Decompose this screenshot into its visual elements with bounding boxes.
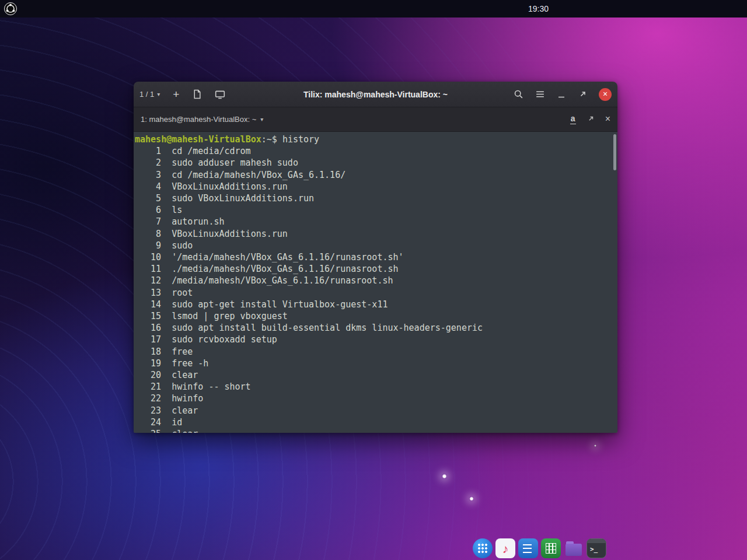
spreadsheet-app-icon[interactable] <box>541 538 561 558</box>
history-command: hwinfo <box>161 393 203 404</box>
search-button[interactable] <box>514 89 523 99</box>
history-command: clear <box>161 429 198 433</box>
history-row: 24id <box>135 416 612 428</box>
history-command: sudo adduser mahesh sudo <box>161 158 298 168</box>
dock: ♪ >_ <box>473 538 606 558</box>
terminal-scrollbar[interactable] <box>612 132 617 433</box>
history-command: VBoxLinuxAdditions.run <box>161 181 288 192</box>
terminal-output[interactable]: mahesh@mahesh-VirtualBox:~$ history 1cd … <box>134 132 617 433</box>
headerbar-left-group: 1 / 1 ▾ + <box>139 89 225 100</box>
folder-body-glyph <box>566 544 582 556</box>
history-command: /media/mahesh/VBox_GAs_6.1.16/runasroot.… <box>161 275 393 286</box>
app-menu-button[interactable] <box>4 1 19 16</box>
document-lines-glyph <box>523 544 532 553</box>
history-number: 15 <box>135 310 161 322</box>
new-session-button[interactable]: + <box>173 89 179 100</box>
history-command: sudo rcvboxadd setup <box>161 334 277 345</box>
text-editor-app-icon[interactable] <box>518 538 538 558</box>
history-command: VBoxLinuxAdditions.run <box>161 229 288 239</box>
history-number: 7 <box>135 216 161 228</box>
session-pager-button[interactable]: 1 / 1 ▾ <box>139 90 160 99</box>
close-button[interactable]: × <box>599 88 612 101</box>
history-number: 10 <box>135 251 161 263</box>
star-sparkle <box>469 496 474 501</box>
session-tab-label: 1: mahesh@mahesh-VirtualBox: ~ <box>141 115 256 124</box>
history-number: 16 <box>135 322 161 334</box>
history-row: 21hwinfo -- short <box>135 381 612 393</box>
history-command: clear <box>161 370 198 380</box>
history-number: 12 <box>135 275 161 286</box>
history-number: 21 <box>135 381 161 393</box>
session-actions-group: a × <box>570 114 610 124</box>
prompt-separator: : <box>261 134 267 145</box>
history-row: 2sudo adduser mahesh sudo <box>135 157 612 169</box>
history-list: 1cd /media/cdrom 2sudo adduser mahesh su… <box>135 145 612 433</box>
history-command: lsmod | grep vboxguest <box>161 311 288 321</box>
top-panel: 19:30 <box>0 0 747 18</box>
history-number: 4 <box>135 181 161 192</box>
close-terminal-button[interactable]: × <box>605 114 610 124</box>
history-command: autorun.sh <box>161 216 224 227</box>
terminal-app-icon[interactable]: >_ <box>587 538 606 558</box>
history-number: 8 <box>135 228 161 240</box>
distro-logo-icon <box>4 2 18 16</box>
history-row: 6ls <box>135 204 612 216</box>
history-command: free -h <box>161 358 208 369</box>
new-window-button[interactable] <box>215 89 225 100</box>
history-command: root <box>161 288 193 298</box>
history-command: '/media/mahesh/VBox_GAs_6.1.16/runasroot… <box>161 252 403 262</box>
history-row: 12/media/mahesh/VBox_GAs_6.1.16/runasroo… <box>135 275 612 286</box>
history-command: id <box>161 417 182 428</box>
history-command: cd /media/cdrom <box>161 146 251 156</box>
history-row: 7autorun.sh <box>135 216 612 228</box>
music-app-icon[interactable]: ♪ <box>495 538 515 558</box>
history-number: 5 <box>135 192 161 204</box>
file-manager-app-icon[interactable] <box>564 538 584 558</box>
main-menu-button[interactable] <box>535 89 545 99</box>
minimize-button[interactable] <box>557 90 566 99</box>
history-row: 9sudo <box>135 240 612 251</box>
minimize-icon <box>557 90 566 99</box>
history-number: 3 <box>135 169 161 181</box>
session-bar: 1: mahesh@mahesh-VirtualBox: ~ ▾ a × <box>134 107 617 132</box>
underlined-a-icon[interactable]: a <box>570 114 576 124</box>
terminal-titlebar-glyph <box>587 539 606 543</box>
history-row: 22hwinfo <box>135 393 612 404</box>
history-number: 11 <box>135 263 161 275</box>
history-row: 16sudo apt install build-essential dkms … <box>135 322 612 334</box>
history-number: 18 <box>135 346 161 358</box>
typed-command: history <box>282 134 319 145</box>
history-row: 4VBoxLinuxAdditions.run <box>135 181 612 192</box>
history-command: sudo apt install build-essential dkms li… <box>161 323 483 333</box>
history-row: 19free -h <box>135 358 612 369</box>
open-session-button[interactable] <box>192 89 202 99</box>
app-grid-icon[interactable] <box>473 538 493 558</box>
history-number: 2 <box>135 157 161 169</box>
history-number: 23 <box>135 405 161 416</box>
terminal-window: 1 / 1 ▾ + <box>134 82 617 433</box>
history-command: cd /media/mahesh/VBox_GAs_6.1.16/ <box>161 170 345 180</box>
history-number: 9 <box>135 240 161 251</box>
history-row: 23clear <box>135 405 612 416</box>
history-number: 19 <box>135 358 161 369</box>
close-icon: × <box>605 114 610 124</box>
history-row: 8VBoxLinuxAdditions.run <box>135 228 612 240</box>
session-tab[interactable]: 1: mahesh@mahesh-VirtualBox: ~ ▾ <box>141 115 263 124</box>
history-row: 13root <box>135 287 612 299</box>
history-command: sudo apt-get install Virtualbox-guest-x1… <box>161 299 388 310</box>
session-pager-label: 1 / 1 <box>139 90 154 99</box>
scrollbar-thumb[interactable] <box>613 134 616 170</box>
history-command: hwinfo -- short <box>161 382 251 392</box>
music-note-icon: ♪ <box>502 542 509 555</box>
plus-icon: + <box>173 89 179 100</box>
history-command: sudo <box>161 240 193 251</box>
maximize-button[interactable] <box>578 90 587 99</box>
prompt-line: mahesh@mahesh-VirtualBox:~$ history <box>135 134 612 145</box>
history-row: 5sudo VBoxLinuxAdditions.run <box>135 192 612 204</box>
star-sparkle <box>594 444 596 447</box>
chevron-down-icon: ▾ <box>260 116 263 123</box>
prompt-user: mahesh@mahesh-VirtualBox <box>135 134 261 145</box>
history-number: 20 <box>135 369 161 381</box>
hamburger-menu-icon <box>535 89 545 99</box>
maximize-terminal-button[interactable] <box>587 115 595 123</box>
